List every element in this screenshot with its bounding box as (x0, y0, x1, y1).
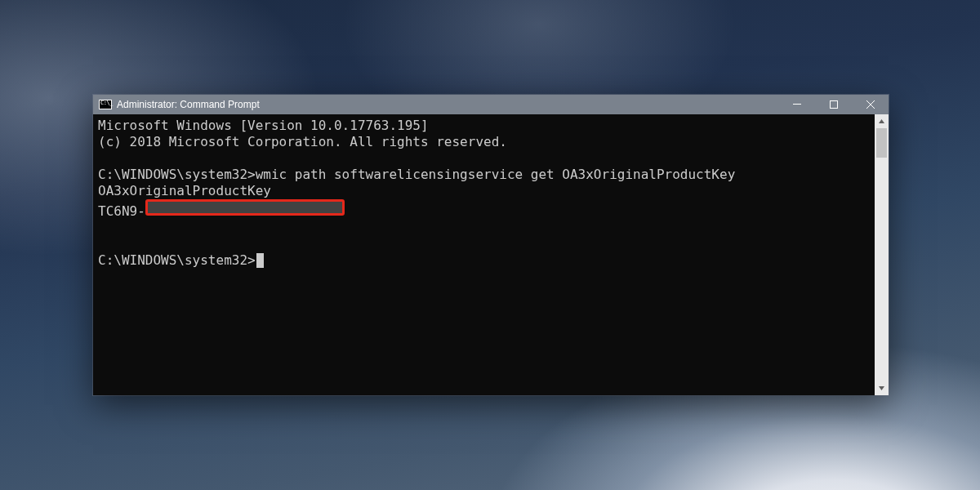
output-header: OA3xOriginalProductKey (98, 183, 875, 199)
redacted-product-key (145, 199, 345, 216)
window-client-area: Microsoft Windows [Version 10.0.17763.19… (93, 114, 889, 395)
command-prompt-window: Administrator: Command Prompt Microsoft … (93, 95, 889, 395)
blank-line (98, 236, 875, 252)
vertical-scrollbar[interactable] (875, 114, 889, 395)
console-output[interactable]: Microsoft Windows [Version 10.0.17763.19… (93, 114, 875, 395)
active-prompt-line[interactable]: C:\WINDOWS\system32> (98, 252, 875, 269)
scrollbar-thumb[interactable] (876, 128, 887, 158)
desktop-background: Administrator: Command Prompt Microsoft … (0, 0, 980, 490)
scrollbar-track[interactable] (875, 128, 889, 381)
window-titlebar[interactable]: Administrator: Command Prompt (93, 95, 889, 114)
scroll-down-button[interactable] (875, 381, 889, 395)
scroll-up-button[interactable] (875, 114, 889, 128)
banner-line: Microsoft Windows [Version 10.0.17763.19… (98, 118, 875, 134)
svg-rect-0 (830, 101, 837, 109)
prompt-path: C:\WINDOWS\system32> (98, 252, 256, 269)
maximize-button[interactable] (815, 95, 852, 114)
product-key-prefix: TC6N9- (98, 203, 145, 219)
close-button[interactable] (852, 95, 889, 114)
entered-command: wmic path softwarelicensingservice get O… (256, 167, 736, 182)
output-value-line: TC6N9- (98, 199, 875, 220)
prompt-path: C:\WINDOWS\system32> (98, 167, 256, 182)
cmd-icon (99, 100, 112, 109)
command-line: C:\WINDOWS\system32>wmic path softwareli… (98, 167, 875, 183)
blank-line (98, 220, 875, 236)
blank-line (98, 150, 875, 167)
text-cursor (256, 253, 264, 268)
minimize-button[interactable] (778, 95, 815, 114)
banner-line: (c) 2018 Microsoft Corporation. All righ… (98, 134, 875, 150)
window-title: Administrator: Command Prompt (117, 99, 260, 110)
